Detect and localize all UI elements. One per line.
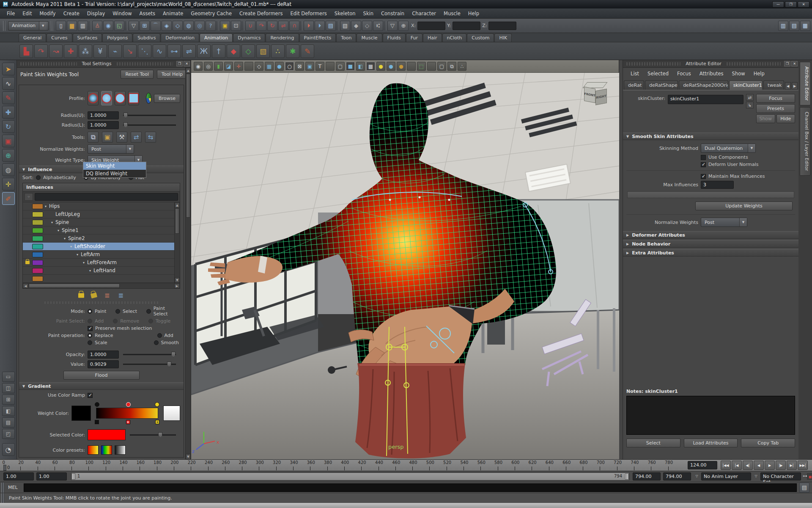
paint-skin-weights-shelf-icon[interactable]: ✎ (301, 44, 314, 58)
shelf-tab[interactable]: Curves (47, 33, 72, 42)
lasso-tool-icon[interactable]: ∿ (2, 77, 15, 90)
toggle-attribute-editor-icon[interactable]: ▥ (778, 21, 788, 31)
paint-skin-weights-current-tool-icon[interactable]: ✐ (2, 192, 15, 205)
step-back-frame-button[interactable]: ◀| (743, 461, 753, 470)
influence-color-swatch[interactable] (32, 204, 43, 209)
menu-item[interactable]: Skeleton (331, 9, 359, 18)
command-line-label[interactable]: MEL (5, 485, 20, 490)
menu-item[interactable]: Constrain (378, 9, 408, 18)
camera-attributes-icon[interactable]: ◎ (204, 62, 213, 71)
skinning-method-dropdown[interactable]: Dual Quaternion (701, 144, 756, 153)
collapsed-section-header[interactable]: Deformer Attributes (623, 231, 798, 239)
tool-help-button[interactable]: Tool Help (157, 70, 187, 79)
menu-item[interactable]: Edit (19, 9, 35, 18)
history-magnet-icon[interactable]: ∩ (289, 21, 299, 31)
influence-row[interactable]: ▾ Spine (23, 218, 174, 226)
mel-command-input[interactable] (24, 483, 797, 492)
influence-expand-arrow[interactable]: ▾ (70, 245, 74, 248)
bookmark-icon[interactable]: ▮ (214, 62, 223, 71)
anim-layer-selector[interactable]: No Anim Layer (701, 472, 751, 480)
range-slider-bar[interactable]: 1 794 (71, 472, 629, 480)
paint-op-add-radio[interactable] (157, 333, 162, 338)
status-grip[interactable] (3, 21, 6, 31)
ramp-marker-black[interactable] (95, 402, 99, 407)
attribute-editor-tab[interactable]: deRatShape (645, 80, 678, 90)
attribute-editor-tab[interactable]: skinCluster1 (729, 80, 763, 90)
shelf-tab[interactable]: Subdivs (133, 33, 160, 42)
smooth-shade-icon[interactable]: ○ (285, 62, 294, 71)
orient-joint-icon[interactable]: ⊶ (167, 44, 181, 58)
color-preset-rainbow[interactable] (101, 445, 112, 455)
hide-button[interactable]: Hide (776, 114, 796, 123)
float-panel-icon[interactable]: ❐ (176, 61, 183, 66)
menu-item[interactable]: Window (109, 9, 135, 18)
hud-text-icon[interactable]: T (315, 62, 324, 71)
select-object-mode-icon[interactable]: ◉ (103, 21, 113, 31)
influence-row[interactable]: ▾ LeftHand (23, 267, 174, 275)
influence-row[interactable]: ▾ LeftUpLeg (23, 210, 174, 218)
influence-row[interactable]: ▾ LeftForeArm (23, 259, 174, 267)
view-cube-right-face[interactable]: RIGHT (595, 89, 607, 105)
ik-spline-tool-icon[interactable]: ∿ (153, 44, 166, 58)
ambient-light-icon[interactable]: ● (376, 62, 385, 71)
z-input[interactable] (488, 22, 516, 30)
sidebar-tab[interactable]: Attribute Editor (800, 62, 811, 105)
textured-display-icon[interactable]: ▣ (305, 62, 314, 71)
swap-weights-icon[interactable]: ⇆ (145, 132, 156, 143)
textured-cube-icon[interactable]: ◧ (356, 62, 365, 71)
viewport-panel[interactable]: ◉◎▮◪✛◇▦●○⊠▣T▢■◧▩●●●⬚▢⧉∴ (191, 60, 619, 459)
universal-manipulator-icon[interactable]: ⊕ (2, 149, 15, 162)
animation-end-field[interactable]: 794.00 (663, 472, 691, 480)
presets-button[interactable]: Presets (756, 104, 795, 113)
breakdown-key-icon[interactable]: ◇ (241, 44, 255, 58)
paint-op-smooth-radio[interactable] (154, 340, 159, 345)
brush-profile-soft[interactable] (101, 91, 112, 105)
influence-row[interactable]: ▾ LeftArm (23, 251, 174, 259)
use-color-ramp-checkbox[interactable] (88, 393, 93, 398)
skeleton-icon[interactable]: ¥ (93, 44, 107, 58)
shelf-tab[interactable]: General (19, 33, 46, 42)
minimize-button[interactable]: — (772, 1, 784, 8)
ae-normalize-weights-dropdown[interactable]: Post (701, 218, 747, 227)
time-tick[interactable]: 780 (668, 460, 685, 471)
reset-tool-button[interactable]: Reset Tool (121, 70, 154, 79)
ramp-marker-yellow[interactable] (155, 402, 159, 407)
browse-button[interactable]: Browse (154, 94, 180, 103)
select-component-mode-icon[interactable]: ◱ (114, 21, 124, 31)
paint-effects-panel-icon[interactable]: ▧ (340, 21, 350, 31)
view-compass-icon[interactable]: ✛ (234, 62, 243, 71)
tool-settings-scrollbar[interactable]: ▲ ▼ (185, 68, 191, 459)
single-pane-layout-icon[interactable]: ▢ (437, 62, 446, 71)
node-name-input[interactable]: skinCluster1 (668, 95, 743, 104)
radius-u-slider[interactable] (123, 115, 176, 116)
snap-to-plane-icon[interactable]: ◇ (173, 21, 183, 31)
menu-item[interactable]: File (3, 9, 18, 18)
influence-color-swatch[interactable] (32, 244, 43, 249)
selected-color-slider[interactable] (130, 434, 176, 436)
layout-two-pane-icon[interactable]: ◫ (2, 383, 15, 393)
influence-row[interactable]: ▾ LeftShoulder (23, 243, 174, 251)
field-entry-mode-icon[interactable]: ▽ (387, 21, 398, 31)
layout-single-pane-icon[interactable]: ▭ (2, 372, 15, 382)
notes-textarea[interactable] (626, 396, 795, 435)
play-backward-button[interactable]: ◀ (754, 461, 764, 470)
play-forward-button[interactable]: ▶ (765, 461, 775, 470)
shelf-tab[interactable]: nCloth (442, 33, 467, 42)
soft-mod-tool-icon[interactable]: ◍ (2, 163, 15, 176)
shelf-tab[interactable]: Rendering (266, 33, 299, 42)
influence-row[interactable]: ▾ Hips (23, 202, 174, 210)
character-group-icon[interactable]: ⁂ (79, 44, 92, 58)
mode-paint-radio[interactable] (88, 309, 92, 314)
influence-expand-arrow[interactable]: ▾ (77, 253, 81, 257)
shelf-tab[interactable]: Custom (467, 33, 494, 42)
weight-color-swatch[interactable] (71, 406, 91, 421)
maximize-button[interactable]: ❐ (785, 1, 797, 8)
layout-hypergraph-icon[interactable]: ▤ (2, 417, 15, 428)
influences-vertical-scrollbar[interactable]: ▲ ▼ (174, 202, 180, 283)
shelf-tab[interactable]: Toon (336, 33, 356, 42)
joint-chain-icon[interactable]: ⋱ (138, 44, 151, 58)
use-components-checkbox[interactable] (701, 155, 706, 160)
auto-keyframe-icon[interactable]: ▪ (807, 473, 812, 480)
influence-expand-arrow[interactable]: ▾ (51, 221, 55, 224)
reorder-influence-list-icon[interactable]: ≣ (118, 292, 124, 299)
